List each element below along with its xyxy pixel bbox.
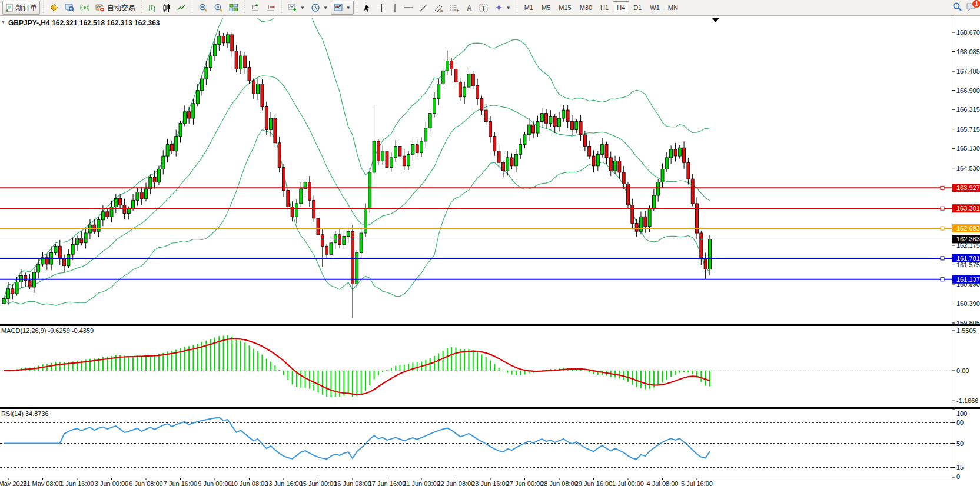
svg-text:165.130: 165.130 (956, 145, 980, 152)
chart-title: GBPJPY-,H4 162.321 162.518 162.313 162.3… (8, 19, 160, 27)
text-label-icon: T (479, 4, 489, 12)
toolbar-grip (355, 2, 359, 14)
chat-badge: 1 (972, 0, 980, 8)
svg-text:168.670: 168.670 (956, 29, 980, 36)
timeframe-h4[interactable]: H4 (613, 1, 629, 14)
indicators-dropdown-arrow[interactable]: ▼ (300, 5, 305, 11)
chart-shift-icon (266, 3, 275, 12)
fibonacci-tool-button[interactable]: F (447, 1, 463, 15)
svg-text:21 Jun 00:00: 21 Jun 00:00 (403, 480, 440, 486)
crosshair-tool-button[interactable] (374, 1, 389, 15)
new-order-icon (5, 4, 14, 12)
autotrading-button[interactable]: 自动交易 (92, 1, 138, 15)
svg-text:163.301: 163.301 (956, 205, 980, 212)
timeframe-m15[interactable]: M15 (554, 1, 575, 14)
rsi-label: RSI(14) 34.8736 (1, 410, 49, 417)
timeframe-m1[interactable]: M1 (520, 1, 537, 14)
channel-tool-button[interactable]: E (431, 1, 447, 15)
toolbar-grip (139, 2, 144, 14)
svg-text:15: 15 (956, 464, 964, 471)
arrows-tool-button[interactable]: ▼ (491, 1, 514, 15)
timeframe-mn[interactable]: MN (664, 1, 682, 14)
svg-text:17 Jun 16:00: 17 Jun 16:00 (368, 480, 406, 486)
svg-text:1 Jun 16:00: 1 Jun 16:00 (60, 480, 94, 486)
cursor-icon (363, 4, 371, 12)
svg-text:5 Jul 16:00: 5 Jul 16:00 (681, 480, 713, 486)
toolbar-grip (190, 2, 194, 14)
line-chart-button[interactable] (174, 1, 189, 15)
svg-text:0: 0 (956, 473, 960, 480)
vertical-line-tool-button[interactable] (389, 1, 401, 15)
rsi-indicator: 1008050150 (0, 409, 967, 480)
arrows-dropdown-arrow[interactable]: ▼ (506, 5, 511, 11)
chart-canvas[interactable]: 168.670168.085167.485166.900166.315165.7… (0, 0, 980, 486)
svg-text:22 Jun 08:00: 22 Jun 08:00 (437, 480, 475, 486)
periods-dropdown-arrow[interactable]: ▼ (323, 5, 328, 11)
gold-diamond-icon (49, 3, 59, 12)
template-icon (334, 3, 343, 12)
text-tool-button[interactable]: A (463, 1, 476, 15)
svg-text:50: 50 (956, 440, 964, 447)
text-label-tool-button[interactable]: T (476, 1, 491, 15)
time-axis: 30 May 202231 May 08:001 Jun 16:003 Jun … (0, 478, 713, 486)
signal-icon (80, 3, 89, 12)
svg-text:6 Jun 08:00: 6 Jun 08:00 (129, 480, 163, 486)
svg-text:165.715: 165.715 (956, 126, 980, 133)
timeframe-h1[interactable]: H1 (596, 1, 613, 14)
svg-text:166.900: 166.900 (956, 87, 980, 94)
horizontal-line-tool-button[interactable] (401, 1, 416, 15)
auto-scroll-button[interactable] (248, 1, 263, 15)
vertical-line-icon (392, 4, 398, 12)
toolbar-grip (242, 2, 247, 14)
equidistant-channel-icon: E (434, 4, 444, 12)
svg-text:80: 80 (956, 419, 964, 426)
svg-text:159.805: 159.805 (956, 319, 980, 327)
trendline-tool-button[interactable] (416, 1, 431, 15)
candlestick-button[interactable] (160, 1, 174, 15)
zoom-out-button[interactable] (211, 1, 226, 15)
periods-button[interactable]: ▼ (308, 1, 331, 15)
indicators-icon (288, 3, 297, 12)
timeframe-m5[interactable]: M5 (537, 1, 554, 14)
hline-handle (941, 257, 944, 260)
zoom-in-icon (198, 3, 208, 12)
search-icon[interactable] (952, 2, 962, 14)
text-icon: A (466, 4, 473, 12)
chart-shift-marker[interactable] (712, 18, 719, 22)
fibonacci-icon: F (450, 4, 460, 12)
timeframe-m30[interactable]: M30 (576, 1, 596, 14)
monitor-search-icon (65, 3, 74, 12)
svg-text:167.485: 167.485 (956, 68, 980, 75)
toolbar-grip (280, 2, 284, 14)
indicators-button[interactable]: ▼ (285, 1, 308, 15)
svg-text:1.5505: 1.5505 (956, 327, 976, 334)
price-axis: 168.670168.085167.485166.900166.315165.7… (952, 29, 980, 327)
svg-text:166.315: 166.315 (956, 106, 980, 113)
chart-shift-button[interactable] (263, 1, 278, 15)
clock-icon (311, 3, 320, 12)
toolbar-grip (41, 2, 45, 14)
new-order-button[interactable]: 新订单 (2, 1, 40, 15)
timeframe-d1[interactable]: D1 (629, 1, 646, 14)
market-watch-button[interactable] (62, 1, 77, 15)
svg-text:F: F (457, 8, 459, 12)
svg-text:16 Jun 08:00: 16 Jun 08:00 (334, 480, 371, 486)
rsi-line (4, 418, 710, 460)
cursor-tool-button[interactable] (360, 1, 374, 15)
zoom-in-button[interactable] (195, 1, 211, 15)
signals-button[interactable] (77, 1, 92, 15)
templates-dropdown-arrow[interactable]: ▼ (346, 5, 351, 11)
one-click-trading-toggle[interactable]: ▾ (2, 18, 5, 25)
tile-windows-button[interactable] (226, 1, 241, 15)
svg-text:27 Jun 00:00: 27 Jun 00:00 (506, 480, 544, 486)
hline-handle (941, 207, 944, 210)
bar-chart-button[interactable] (145, 1, 160, 15)
timeframe-w1[interactable]: W1 (646, 1, 664, 14)
chat-button[interactable]: 1 (966, 2, 976, 14)
svg-text:100: 100 (956, 410, 967, 417)
svg-text:161.781: 161.781 (956, 255, 980, 262)
svg-text:163.927: 163.927 (956, 184, 980, 191)
metaquotes-button[interactable] (46, 1, 62, 15)
svg-text:7 Jun 16:00: 7 Jun 16:00 (164, 480, 198, 486)
templates-button[interactable]: ▼ (331, 1, 354, 15)
